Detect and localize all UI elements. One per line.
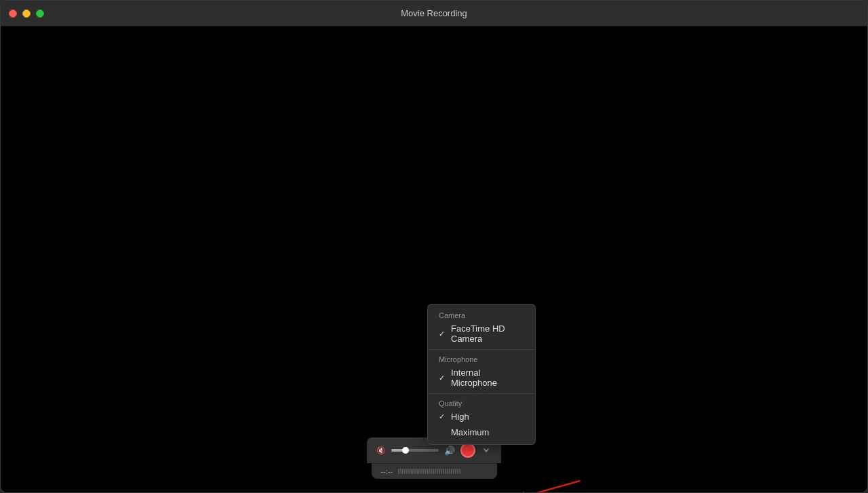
separator-2 — [428, 393, 535, 394]
controls-bottom-row: --:-- — [372, 463, 497, 479]
volume-slider[interactable] — [391, 449, 439, 452]
volume-low-icon: 🔇 — [376, 446, 386, 455]
quality-option-high[interactable]: ✓ High — [428, 409, 535, 425]
microphone-option-internal[interactable]: ✓ Internal Microphone — [428, 365, 535, 391]
camera-option-facetime[interactable]: ✓ FaceTime HD Camera — [428, 321, 535, 347]
options-chevron-button[interactable] — [481, 445, 492, 456]
quality-high-label: High — [451, 412, 524, 422]
time-display: --:-- — [381, 467, 393, 475]
quality-maximum-label: Maximum — [451, 427, 524, 437]
volume-high-icon: 🔊 — [444, 446, 455, 456]
camera-section-label: Camera — [428, 309, 535, 321]
camera-check-icon: ✓ — [439, 330, 447, 338]
record-button[interactable] — [460, 443, 475, 458]
video-preview: 🔇 🔊 --:-- — [1, 26, 867, 492]
options-dropdown: Camera ✓ FaceTime HD Camera Microphone ✓… — [427, 304, 536, 445]
controls-wrapper: 🔇 🔊 --:-- — [367, 437, 501, 479]
svg-line-3 — [513, 481, 580, 492]
quality-maximum-check-icon — [439, 429, 447, 437]
maximize-button[interactable] — [36, 9, 44, 18]
titlebar: Movie Recording — [1, 1, 867, 26]
close-button[interactable] — [9, 9, 17, 18]
microphone-section-label: Microphone — [428, 353, 535, 365]
traffic-lights — [9, 9, 44, 18]
app-window: Movie Recording 🔇 — [0, 0, 868, 493]
quality-section-label: Quality — [428, 397, 535, 409]
separator-1 — [428, 349, 535, 350]
microphone-check-icon: ✓ — [439, 374, 447, 382]
quality-high-check-icon: ✓ — [439, 412, 447, 421]
microphone-option-label: Internal Microphone — [451, 368, 524, 388]
minimize-button[interactable] — [22, 9, 31, 18]
camera-option-label: FaceTime HD Camera — [451, 323, 524, 344]
quality-option-maximum[interactable]: Maximum — [428, 425, 535, 440]
audio-meter — [398, 469, 460, 474]
window-title: Movie Recording — [401, 8, 467, 18]
